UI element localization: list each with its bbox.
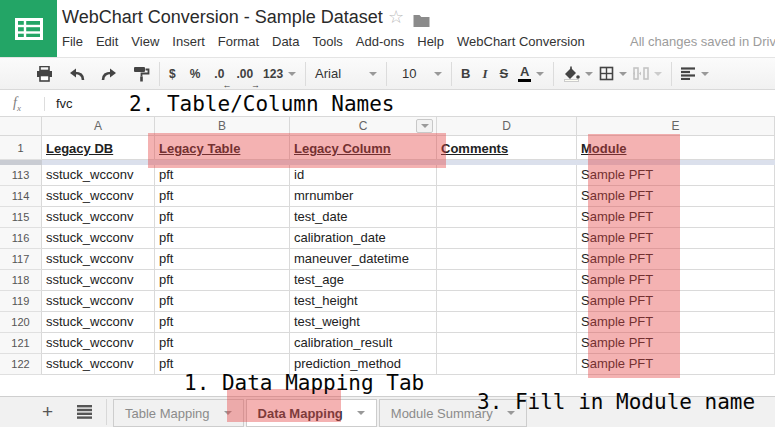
cell[interactable]: sstuck_wcconv bbox=[42, 291, 155, 312]
add-sheet-button[interactable]: + bbox=[42, 399, 53, 425]
cell[interactable]: test_date bbox=[290, 207, 437, 228]
cell[interactable]: sstuck_wcconv bbox=[42, 249, 155, 270]
horizontal-align-button[interactable] bbox=[681, 62, 709, 86]
borders-button[interactable] bbox=[599, 62, 627, 86]
sheets-logo-icon[interactable] bbox=[0, 0, 57, 57]
row-header[interactable]: 121 bbox=[0, 333, 42, 354]
cell[interactable]: Sample PFT bbox=[577, 249, 775, 270]
row-header[interactable]: 122 bbox=[0, 354, 42, 375]
row-header[interactable]: 117 bbox=[0, 249, 42, 270]
chevron-down-icon[interactable] bbox=[357, 411, 365, 415]
cell[interactable] bbox=[437, 165, 577, 186]
frozen-row-divider[interactable] bbox=[0, 160, 775, 165]
folder-icon[interactable] bbox=[413, 13, 430, 31]
font-family-select[interactable]: Arial bbox=[315, 62, 377, 86]
undo-button[interactable] bbox=[69, 62, 85, 86]
menu-insert[interactable]: Insert bbox=[172, 34, 205, 49]
bold-button[interactable]: B bbox=[461, 62, 470, 86]
cell[interactable]: pft bbox=[155, 186, 290, 207]
cell[interactable]: mrnumber bbox=[290, 186, 437, 207]
cell-b1[interactable]: Legacy Table bbox=[155, 136, 290, 160]
chevron-down-icon[interactable] bbox=[224, 411, 232, 415]
cell[interactable]: pft bbox=[155, 249, 290, 270]
cell[interactable]: Sample PFT bbox=[577, 312, 775, 333]
cell-a1[interactable]: Legacy DB bbox=[42, 136, 155, 160]
cell[interactable]: Sample PFT bbox=[577, 228, 775, 249]
cell[interactable]: sstuck_wcconv bbox=[42, 207, 155, 228]
cell[interactable]: sstuck_wcconv bbox=[42, 165, 155, 186]
increase-decimal-button[interactable]: .00→ bbox=[236, 62, 253, 86]
cell[interactable] bbox=[437, 207, 577, 228]
menu-addons[interactable]: Add-ons bbox=[356, 34, 404, 49]
cell[interactable]: test_age bbox=[290, 270, 437, 291]
cell-e1[interactable]: Module bbox=[577, 136, 775, 160]
cell[interactable]: id bbox=[290, 165, 437, 186]
cell[interactable]: pft bbox=[155, 333, 290, 354]
cell[interactable]: Sample PFT bbox=[577, 270, 775, 291]
cell[interactable] bbox=[437, 291, 577, 312]
cell-c1[interactable]: Legacy Column bbox=[290, 136, 437, 160]
menu-webchart-conversion[interactable]: WebChart Conversion bbox=[457, 34, 585, 49]
cell[interactable]: maneuver_datetime bbox=[290, 249, 437, 270]
paint-format-button[interactable] bbox=[133, 62, 150, 86]
menu-edit[interactable]: Edit bbox=[96, 34, 118, 49]
column-header-c[interactable]: C bbox=[290, 117, 437, 136]
text-color-button[interactable]: A bbox=[518, 62, 544, 86]
cell-d1[interactable]: Comments bbox=[437, 136, 577, 160]
decrease-decimal-button[interactable]: .0← bbox=[214, 62, 224, 86]
row-header-1[interactable]: 1 bbox=[0, 136, 42, 160]
cell[interactable] bbox=[437, 270, 577, 291]
cell[interactable]: pft bbox=[155, 270, 290, 291]
cell[interactable] bbox=[437, 186, 577, 207]
cell[interactable]: sstuck_wcconv bbox=[42, 333, 155, 354]
row-header[interactable]: 118 bbox=[0, 270, 42, 291]
filter-dropdown-button[interactable] bbox=[416, 119, 433, 133]
cell[interactable]: pft bbox=[155, 312, 290, 333]
more-formats-button[interactable]: 123 bbox=[263, 62, 296, 86]
corner-cell[interactable] bbox=[0, 117, 42, 136]
cell[interactable]: sstuck_wcconv bbox=[42, 228, 155, 249]
menu-data[interactable]: Data bbox=[272, 34, 299, 49]
cell[interactable] bbox=[437, 228, 577, 249]
cell[interactable] bbox=[437, 354, 577, 375]
cell[interactable]: Sample PFT bbox=[577, 354, 775, 375]
cell[interactable]: Sample PFT bbox=[577, 333, 775, 354]
cell[interactable]: Sample PFT bbox=[577, 291, 775, 312]
cell[interactable]: pft bbox=[155, 228, 290, 249]
cell[interactable]: test_height bbox=[290, 291, 437, 312]
cell[interactable]: Sample PFT bbox=[577, 207, 775, 228]
cell[interactable]: test_weight bbox=[290, 312, 437, 333]
cell[interactable]: sstuck_wcconv bbox=[42, 186, 155, 207]
star-icon[interactable]: ☆ bbox=[388, 7, 404, 27]
cell[interactable]: calibration_date bbox=[290, 228, 437, 249]
strikethrough-button[interactable]: S bbox=[500, 62, 509, 86]
tab-data-mapping[interactable]: Data Mapping bbox=[246, 399, 377, 427]
column-header-b[interactable]: B bbox=[155, 117, 290, 136]
cell[interactable]: Sample PFT bbox=[577, 165, 775, 186]
cell[interactable]: pft bbox=[155, 291, 290, 312]
cell[interactable]: calibration_result bbox=[290, 333, 437, 354]
format-percent-button[interactable]: % bbox=[190, 62, 201, 86]
fill-color-button[interactable] bbox=[563, 62, 593, 86]
column-header-d[interactable]: D bbox=[437, 117, 577, 136]
menu-view[interactable]: View bbox=[131, 34, 159, 49]
row-header[interactable]: 116 bbox=[0, 228, 42, 249]
document-title[interactable]: WebChart Conversion - Sample Dataset bbox=[62, 7, 383, 28]
cell[interactable]: pft bbox=[155, 165, 290, 186]
cell[interactable]: Sample PFT bbox=[577, 186, 775, 207]
column-header-a[interactable]: A bbox=[42, 117, 155, 136]
menu-tools[interactable]: Tools bbox=[312, 34, 342, 49]
cell[interactable] bbox=[437, 249, 577, 270]
row-header[interactable]: 113 bbox=[0, 165, 42, 186]
row-header[interactable]: 120 bbox=[0, 312, 42, 333]
redo-button[interactable] bbox=[101, 62, 117, 86]
cell[interactable]: sstuck_wcconv bbox=[42, 354, 155, 375]
column-header-e[interactable]: E bbox=[577, 117, 775, 136]
menu-help[interactable]: Help bbox=[417, 34, 444, 49]
menu-format[interactable]: Format bbox=[218, 34, 259, 49]
cell[interactable] bbox=[437, 333, 577, 354]
cell[interactable]: pft bbox=[155, 207, 290, 228]
row-header[interactable]: 114 bbox=[0, 186, 42, 207]
cell[interactable]: sstuck_wcconv bbox=[42, 312, 155, 333]
print-button[interactable] bbox=[36, 62, 53, 86]
